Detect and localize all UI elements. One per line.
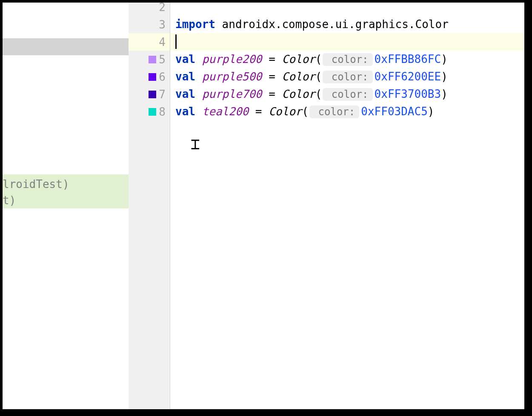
code-token — [195, 105, 202, 118]
color-swatch-icon[interactable] — [149, 91, 156, 98]
color-swatch-icon[interactable] — [149, 73, 156, 81]
code-token: ( — [315, 70, 322, 83]
code-token — [195, 70, 202, 83]
text-cursor-icon: ⌶ — [191, 135, 200, 153]
code-line[interactable]: import androidx.compose.ui.graphics.Colo… — [170, 16, 524, 33]
code-token: import — [175, 18, 215, 31]
code-token: ( — [302, 105, 309, 118]
gutter-line[interactable]: 7 — [129, 85, 170, 103]
gutter-line[interactable]: 5 — [129, 51, 170, 68]
code-token: color: — [323, 53, 372, 66]
code-token: ) — [441, 53, 448, 66]
code-token — [195, 53, 202, 66]
code-token: = — [262, 88, 282, 100]
code-token: 0xFF03DAC5 — [361, 105, 428, 118]
code-line[interactable]: val purple200 = Color( color:0xFFBB86FC) — [170, 51, 524, 68]
code-token: color: — [323, 88, 372, 101]
code-line[interactable]: val purple500 = Color( color:0xFF6200EE) — [170, 68, 524, 85]
code-token: ( — [315, 88, 322, 100]
color-swatch-icon[interactable] — [149, 108, 156, 116]
code-token: ( — [315, 53, 322, 66]
code-line[interactable] — [170, 0, 524, 16]
code-token: teal200 — [202, 105, 249, 118]
code-token — [195, 88, 202, 100]
project-panel[interactable]: lroidTest) t) — [3, 3, 129, 409]
code-token: = — [262, 53, 282, 66]
window-bottom-border — [0, 409, 532, 416]
code-token: color: — [323, 71, 372, 83]
code-token: color: — [309, 105, 359, 118]
code-token: ) — [441, 88, 448, 100]
gutter-line[interactable]: 4 — [129, 33, 170, 51]
code-line[interactable]: val purple700 = Color( color:0xFF3700B3) — [170, 85, 524, 103]
code-token: Color — [269, 105, 302, 118]
code-token: Color — [282, 88, 315, 100]
code-token: val — [175, 105, 195, 118]
line-number: 3 — [149, 18, 166, 31]
gutter-line[interactable]: 2 — [129, 0, 170, 16]
code-token: Color — [282, 53, 315, 66]
code-token: purple700 — [202, 88, 262, 100]
gutter-line[interactable]: 3 — [129, 16, 170, 33]
code-token: purple200 — [202, 53, 262, 66]
code-token: Color — [282, 70, 315, 83]
code-token: val — [175, 88, 195, 100]
code-token: purple500 — [202, 70, 262, 83]
code-editor[interactable]: ⌶ import androidx.compose.ui.graphics.Co… — [170, 3, 524, 409]
project-panel-source-sets[interactable]: lroidTest) t) — [3, 174, 129, 208]
code-token: 0xFF3700B3 — [375, 88, 441, 100]
code-token: 0xFF6200EE — [375, 70, 441, 83]
line-number: 4 — [149, 36, 166, 48]
code-line[interactable] — [170, 33, 524, 51]
gutter-line[interactable]: 6 — [129, 68, 170, 85]
code-token: = — [249, 105, 269, 118]
code-token: androidx.compose.ui.graphics.Color — [215, 18, 449, 31]
gutter-line[interactable]: 8 — [129, 103, 170, 120]
window-right-border — [524, 0, 532, 416]
code-token: = — [262, 70, 282, 83]
project-panel-selection[interactable] — [3, 38, 129, 55]
editor-gutter[interactable]: 2345678 — [129, 3, 170, 409]
project-panel-item[interactable]: lroidTest) — [3, 176, 129, 192]
line-number: 2 — [149, 1, 166, 14]
color-swatch-icon[interactable] — [149, 56, 156, 63]
project-panel-item[interactable]: t) — [3, 192, 129, 208]
code-line[interactable]: val teal200 = Color( color:0xFF03DAC5) — [170, 103, 524, 120]
code-token: val — [175, 70, 195, 83]
code-token: ) — [441, 70, 448, 83]
code-token: 0xFFBB86FC — [375, 53, 441, 66]
code-token: val — [175, 53, 195, 66]
code-token: ) — [428, 105, 435, 118]
text-caret — [175, 34, 177, 49]
